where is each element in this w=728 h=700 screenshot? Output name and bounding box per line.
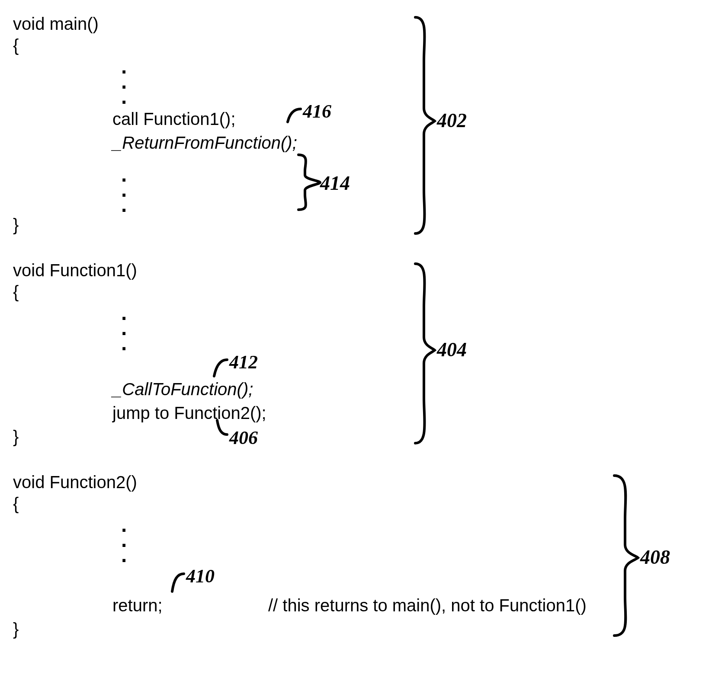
brace-label-414: 414 <box>320 171 350 196</box>
ellipsis-dot: . <box>121 333 127 354</box>
main-return-from-function: _ReturnFromFunction(); <box>112 132 297 153</box>
right-brace-icon <box>298 155 320 210</box>
main-signature: void main() <box>13 13 99 35</box>
ellipsis-dot: . <box>121 195 127 215</box>
callout-hook-icon <box>288 109 301 122</box>
function1-call-to-function: _CallToFunction(); <box>112 378 253 400</box>
function2-open-brace: { <box>13 493 19 515</box>
function2-return: return; <box>112 595 163 616</box>
ellipsis-dot: . <box>121 545 127 566</box>
main-open-brace: { <box>13 35 19 56</box>
function1-jump-to-function2: jump to Function2(); <box>112 402 266 424</box>
right-brace-icon <box>614 476 638 636</box>
function2-comment: // this returns to main(), not to Functi… <box>268 595 587 616</box>
callout-hook-icon <box>214 360 227 376</box>
function2-close-brace: } <box>13 618 19 640</box>
right-brace-icon <box>415 17 435 233</box>
ellipsis-dot: . <box>121 86 127 107</box>
brace-label-402: 402 <box>437 108 467 133</box>
callout-label-416: 416 <box>303 99 331 123</box>
callout-hook-icon <box>172 574 184 591</box>
function2-signature: void Function2() <box>13 471 137 493</box>
main-close-brace: } <box>13 214 19 236</box>
function1-close-brace: } <box>13 426 19 447</box>
function1-signature: void Function1() <box>13 259 137 281</box>
callout-label-406: 406 <box>229 426 258 450</box>
right-brace-icon <box>415 264 435 443</box>
function1-open-brace: { <box>13 281 19 303</box>
main-call-function1: call Function1(); <box>112 108 236 130</box>
brace-label-404: 404 <box>437 337 467 362</box>
callout-label-410: 410 <box>186 564 215 588</box>
callout-label-412: 412 <box>229 350 258 374</box>
brace-label-408: 408 <box>640 545 670 570</box>
